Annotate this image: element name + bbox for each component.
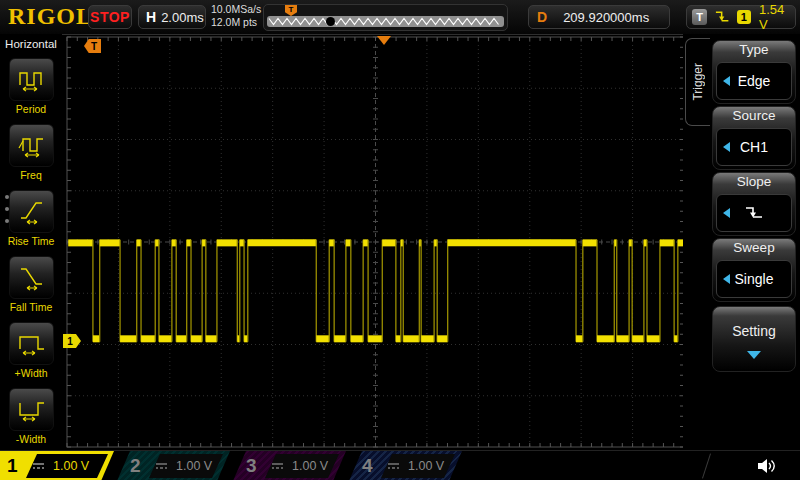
delay-box: D 209.920000ms xyxy=(528,5,670,29)
measure-freq-label: Freq xyxy=(0,169,62,181)
plus-width-icon xyxy=(17,330,47,358)
channel2-block[interactable]: 2 1.00 V xyxy=(117,451,230,480)
channel1-block[interactable]: 1 1.00 V xyxy=(0,451,114,480)
acquisition-info: 10.0MSa/s 12.0M pts xyxy=(211,3,261,29)
source-label: Source xyxy=(713,108,795,123)
softkey-source[interactable]: Source CH1 xyxy=(712,106,796,170)
setting-label: Setting xyxy=(713,323,795,339)
measure-fall-time-button[interactable] xyxy=(9,256,54,299)
trigger-source-badge: 1 xyxy=(737,10,751,24)
softkey-sweep[interactable]: Sweep Single xyxy=(712,238,796,302)
type-value: Edge xyxy=(716,62,792,100)
channel4-scale-box: 1.00 V xyxy=(381,454,455,478)
oscilloscope-screen: RIGOL STOP H 2.00ms 10.0MSa/s 12.0M pts … xyxy=(0,0,800,480)
measure-rise-time-label: Rise Time xyxy=(0,235,62,247)
left-arrow-icon xyxy=(723,76,730,86)
channel3-scale-box: 1.00 V xyxy=(265,454,339,478)
left-arrow-icon xyxy=(723,208,730,218)
channel2-number: 2 xyxy=(130,455,141,477)
left-arrow-icon xyxy=(723,142,730,152)
measure-period-button[interactable] xyxy=(9,58,54,101)
falling-edge-icon xyxy=(743,205,765,221)
h-label: H xyxy=(146,9,156,25)
sweep-value: Single xyxy=(716,260,792,298)
status-bar: RIGOL STOP H 2.00ms 10.0MSa/s 12.0M pts … xyxy=(0,0,800,35)
left-arrow-icon xyxy=(723,274,730,284)
horizontal-timebase-box: H 2.00ms xyxy=(138,5,206,29)
measure-minus-width-button[interactable] xyxy=(9,388,54,431)
minus-width-icon xyxy=(17,396,47,424)
slope-value xyxy=(716,194,792,232)
page-dot-2 xyxy=(5,207,9,211)
fall-time-icon xyxy=(17,264,47,292)
page-dot-1 xyxy=(5,195,9,199)
measure-plus-width-label: +Width xyxy=(0,367,62,379)
channel4-block[interactable]: 4 1.00 V xyxy=(349,451,462,480)
page-dot-3 xyxy=(5,219,9,223)
slope-label: Slope xyxy=(713,174,795,189)
t-label: T xyxy=(692,9,707,25)
d-label: D xyxy=(537,9,547,25)
preview-window-dot xyxy=(326,17,335,26)
trigger-status-box: T 1 1.54 V xyxy=(686,5,796,29)
sidebar-title: Horizontal xyxy=(0,38,62,50)
rise-time-icon xyxy=(17,198,47,226)
softkey-setting[interactable]: Setting xyxy=(712,306,796,372)
measure-sidebar: Horizontal Period Freq Rise Time xyxy=(0,34,62,450)
memory-waveform-strip[interactable] xyxy=(267,16,504,27)
channel1-scale: 1.00 V xyxy=(53,459,89,473)
rigol-logo: RIGOL xyxy=(8,3,93,30)
run-state-text: STOP xyxy=(90,9,130,25)
sweep-label: Sweep xyxy=(713,240,795,255)
period-icon xyxy=(17,66,47,94)
channel2-scale: 1.00 V xyxy=(176,459,212,473)
dc-coupling-icon xyxy=(32,461,45,471)
measure-freq-button[interactable] xyxy=(9,124,54,167)
measure-rise-time-button[interactable] xyxy=(9,190,54,233)
softkey-slope[interactable]: Slope xyxy=(712,172,796,236)
trigger-menu-panel: Trigger Type Edge Source CH1 Slope xyxy=(683,34,800,450)
dc-coupling-icon xyxy=(155,461,168,471)
waveform-display xyxy=(62,35,686,448)
trigger-menu-tab: Trigger xyxy=(685,38,710,126)
trigger-level-value: 1.54 V xyxy=(759,2,795,32)
divider xyxy=(702,453,711,478)
type-label: Type xyxy=(713,42,795,57)
run-state-indicator: STOP xyxy=(88,5,132,29)
channel1-number: 1 xyxy=(7,455,18,477)
channel-status-bar: 1 1.00 V 2 1.00 V 3 xyxy=(0,450,800,480)
speaker-icon[interactable] xyxy=(756,456,778,476)
sample-rate: 10.0MSa/s xyxy=(211,3,261,16)
measure-fall-time-label: Fall Time xyxy=(0,301,62,313)
measure-minus-width-label: -Width xyxy=(0,433,62,445)
channel4-number: 4 xyxy=(362,455,373,477)
freq-icon xyxy=(17,132,47,160)
channel3-number: 3 xyxy=(246,455,257,477)
chevron-down-icon xyxy=(747,351,761,359)
channel3-block[interactable]: 3 1.00 V xyxy=(233,451,346,480)
dc-coupling-icon xyxy=(387,461,400,471)
softkey-type[interactable]: Type Edge xyxy=(712,40,796,104)
measure-plus-width-button[interactable] xyxy=(9,322,54,365)
channel2-scale-box: 1.00 V xyxy=(149,454,223,478)
memory-depth: 12.0M pts xyxy=(211,16,261,29)
source-value: CH1 xyxy=(716,128,792,166)
channel4-scale: 1.00 V xyxy=(408,459,444,473)
dc-coupling-icon xyxy=(271,461,284,471)
preview-waveform-icon xyxy=(267,16,504,27)
delay-value: 209.920000ms xyxy=(563,10,649,25)
trigger-tab-label: Trigger xyxy=(691,63,705,101)
trigger-position-marker[interactable] xyxy=(377,36,391,45)
falling-edge-icon xyxy=(714,10,730,24)
channel3-scale: 1.00 V xyxy=(292,459,328,473)
timebase-value: 2.00ms xyxy=(161,10,204,25)
channel1-scale-box: 1.00 V xyxy=(26,454,108,478)
measure-period-label: Period xyxy=(0,103,62,115)
